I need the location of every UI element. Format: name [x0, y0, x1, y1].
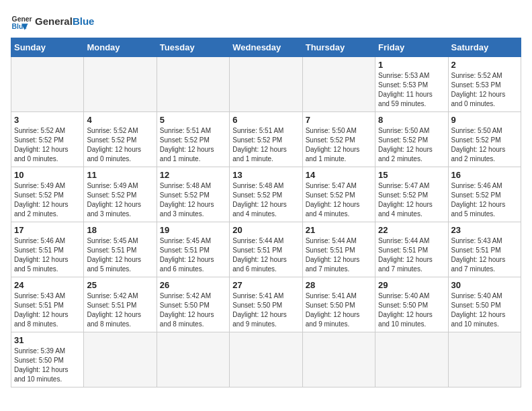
- calendar-cell: [302, 332, 375, 387]
- calendar-cell: 25Sunrise: 5:42 AM Sunset: 5:51 PM Dayli…: [84, 277, 157, 332]
- calendar-cell: 12Sunrise: 5:48 AM Sunset: 5:52 PM Dayli…: [157, 167, 229, 222]
- day-number: 1: [378, 60, 445, 70]
- logo-general: General: [35, 15, 73, 27]
- day-info: Sunrise: 5:41 AM Sunset: 5:50 PM Dayligh…: [306, 291, 372, 329]
- calendar-cell: [375, 332, 448, 387]
- calendar-week-2: 3Sunrise: 5:52 AM Sunset: 5:52 PM Daylig…: [11, 112, 521, 167]
- calendar-cell: 15Sunrise: 5:47 AM Sunset: 5:52 PM Dayli…: [375, 167, 448, 222]
- calendar-cell: [230, 57, 302, 112]
- day-info: Sunrise: 5:46 AM Sunset: 5:51 PM Dayligh…: [14, 236, 81, 274]
- day-number: 6: [232, 115, 299, 125]
- calendar-cell: 8Sunrise: 5:50 AM Sunset: 5:52 PM Daylig…: [375, 112, 448, 167]
- calendar-week-1: 1Sunrise: 5:53 AM Sunset: 5:53 PM Daylig…: [11, 57, 521, 112]
- day-number: 18: [87, 225, 153, 235]
- day-info: Sunrise: 5:48 AM Sunset: 5:52 PM Dayligh…: [160, 181, 226, 219]
- day-info: Sunrise: 5:52 AM Sunset: 5:52 PM Dayligh…: [14, 126, 81, 164]
- day-number: 13: [232, 170, 299, 180]
- day-number: 28: [306, 280, 372, 290]
- day-info: Sunrise: 5:47 AM Sunset: 5:52 PM Dayligh…: [306, 181, 372, 219]
- calendar-cell: 26Sunrise: 5:42 AM Sunset: 5:50 PM Dayli…: [157, 277, 229, 332]
- day-number: 27: [232, 280, 299, 290]
- day-info: Sunrise: 5:44 AM Sunset: 5:51 PM Dayligh…: [378, 236, 445, 274]
- calendar-cell: [84, 57, 157, 112]
- weekday-header-monday: Monday: [84, 38, 157, 57]
- calendar-cell: [302, 57, 375, 112]
- day-number: 26: [160, 280, 226, 290]
- day-number: 11: [87, 170, 153, 180]
- calendar-cell: 21Sunrise: 5:44 AM Sunset: 5:51 PM Dayli…: [302, 222, 375, 277]
- day-number: 30: [451, 280, 518, 290]
- day-info: Sunrise: 5:50 AM Sunset: 5:52 PM Dayligh…: [378, 126, 445, 164]
- page-header: General Blue GeneralBlue: [11, 11, 521, 32]
- day-info: Sunrise: 5:43 AM Sunset: 5:51 PM Dayligh…: [14, 291, 81, 329]
- calendar-cell: 22Sunrise: 5:44 AM Sunset: 5:51 PM Dayli…: [375, 222, 448, 277]
- calendar-cell: [84, 332, 157, 387]
- day-info: Sunrise: 5:48 AM Sunset: 5:52 PM Dayligh…: [232, 181, 299, 219]
- svg-text:General: General: [12, 15, 32, 23]
- day-info: Sunrise: 5:51 AM Sunset: 5:52 PM Dayligh…: [160, 126, 226, 164]
- day-info: Sunrise: 5:49 AM Sunset: 5:52 PM Dayligh…: [87, 181, 153, 219]
- weekday-header-wednesday: Wednesday: [230, 38, 302, 57]
- svg-text:Blue: Blue: [12, 23, 28, 30]
- logo-blue: Blue: [73, 15, 95, 27]
- day-number: 2: [451, 60, 518, 70]
- day-number: 8: [378, 115, 445, 125]
- calendar-cell: 18Sunrise: 5:45 AM Sunset: 5:51 PM Dayli…: [84, 222, 157, 277]
- day-info: Sunrise: 5:53 AM Sunset: 5:53 PM Dayligh…: [378, 71, 445, 109]
- calendar-cell: 11Sunrise: 5:49 AM Sunset: 5:52 PM Dayli…: [84, 167, 157, 222]
- calendar-cell: 4Sunrise: 5:52 AM Sunset: 5:52 PM Daylig…: [84, 112, 157, 167]
- day-number: 22: [378, 225, 445, 235]
- day-number: 4: [87, 115, 153, 125]
- calendar-cell: 2Sunrise: 5:52 AM Sunset: 5:53 PM Daylig…: [448, 57, 521, 112]
- logo: General Blue GeneralBlue: [11, 11, 94, 32]
- calendar-cell: 10Sunrise: 5:49 AM Sunset: 5:52 PM Dayli…: [11, 167, 84, 222]
- calendar-cell: 19Sunrise: 5:45 AM Sunset: 5:51 PM Dayli…: [157, 222, 229, 277]
- calendar-cell: 23Sunrise: 5:43 AM Sunset: 5:51 PM Dayli…: [448, 222, 521, 277]
- day-number: 15: [378, 170, 445, 180]
- day-number: 24: [14, 280, 81, 290]
- day-info: Sunrise: 5:45 AM Sunset: 5:51 PM Dayligh…: [87, 236, 153, 274]
- day-info: Sunrise: 5:42 AM Sunset: 5:51 PM Dayligh…: [87, 291, 153, 329]
- weekday-header-tuesday: Tuesday: [157, 38, 229, 57]
- day-number: 19: [160, 225, 226, 235]
- day-number: 3: [14, 115, 81, 125]
- calendar-week-5: 24Sunrise: 5:43 AM Sunset: 5:51 PM Dayli…: [11, 277, 521, 332]
- day-number: 9: [451, 115, 518, 125]
- calendar-week-4: 17Sunrise: 5:46 AM Sunset: 5:51 PM Dayli…: [11, 222, 521, 277]
- day-number: 21: [306, 225, 372, 235]
- day-number: 17: [14, 225, 81, 235]
- calendar-cell: 7Sunrise: 5:50 AM Sunset: 5:52 PM Daylig…: [302, 112, 375, 167]
- calendar-cell: 5Sunrise: 5:51 AM Sunset: 5:52 PM Daylig…: [157, 112, 229, 167]
- day-info: Sunrise: 5:45 AM Sunset: 5:51 PM Dayligh…: [160, 236, 226, 274]
- day-number: 10: [14, 170, 81, 180]
- weekday-header-sunday: Sunday: [11, 38, 84, 57]
- calendar-cell: 20Sunrise: 5:44 AM Sunset: 5:51 PM Dayli…: [230, 222, 302, 277]
- day-info: Sunrise: 5:50 AM Sunset: 5:52 PM Dayligh…: [306, 126, 372, 164]
- day-info: Sunrise: 5:52 AM Sunset: 5:53 PM Dayligh…: [451, 71, 518, 109]
- weekday-header-saturday: Saturday: [448, 38, 521, 57]
- calendar-cell: 3Sunrise: 5:52 AM Sunset: 5:52 PM Daylig…: [11, 112, 84, 167]
- calendar-cell: [157, 57, 229, 112]
- day-info: Sunrise: 5:46 AM Sunset: 5:52 PM Dayligh…: [451, 181, 518, 219]
- calendar-cell: [448, 332, 521, 387]
- calendar-cell: [230, 332, 302, 387]
- calendar-cell: 17Sunrise: 5:46 AM Sunset: 5:51 PM Dayli…: [11, 222, 84, 277]
- day-info: Sunrise: 5:40 AM Sunset: 5:50 PM Dayligh…: [451, 291, 518, 329]
- day-number: 7: [306, 115, 372, 125]
- day-number: 5: [160, 115, 226, 125]
- day-number: 25: [87, 280, 153, 290]
- day-info: Sunrise: 5:49 AM Sunset: 5:52 PM Dayligh…: [14, 181, 81, 219]
- day-info: Sunrise: 5:43 AM Sunset: 5:51 PM Dayligh…: [451, 236, 518, 274]
- weekday-header-friday: Friday: [375, 38, 448, 57]
- calendar-cell: 27Sunrise: 5:41 AM Sunset: 5:50 PM Dayli…: [230, 277, 302, 332]
- calendar-cell: 28Sunrise: 5:41 AM Sunset: 5:50 PM Dayli…: [302, 277, 375, 332]
- calendar-cell: 6Sunrise: 5:51 AM Sunset: 5:52 PM Daylig…: [230, 112, 302, 167]
- day-number: 20: [232, 225, 299, 235]
- day-info: Sunrise: 5:40 AM Sunset: 5:50 PM Dayligh…: [378, 291, 445, 329]
- calendar-cell: 29Sunrise: 5:40 AM Sunset: 5:50 PM Dayli…: [375, 277, 448, 332]
- calendar-week-3: 10Sunrise: 5:49 AM Sunset: 5:52 PM Dayli…: [11, 167, 521, 222]
- day-number: 16: [451, 170, 518, 180]
- day-number: 12: [160, 170, 226, 180]
- calendar-cell: 9Sunrise: 5:50 AM Sunset: 5:52 PM Daylig…: [448, 112, 521, 167]
- day-number: 31: [14, 335, 81, 345]
